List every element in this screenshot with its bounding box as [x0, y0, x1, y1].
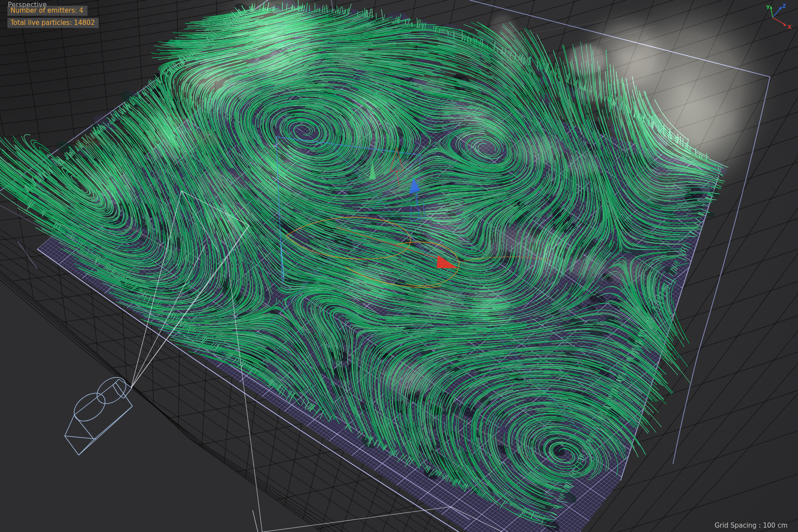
axis-y-label: Y	[766, 4, 770, 10]
viewport-canvas[interactable]	[0, 0, 798, 532]
axis-orientation-gizmo[interactable]: Y Z X	[760, 1, 796, 33]
axis-x-arm: X	[773, 17, 792, 30]
emitter-count-overlay: Number of emitters: 4	[7, 6, 87, 16]
axis-z-arm: Z	[773, 3, 786, 17]
particle-count-text: Total live particles: 14802	[10, 19, 95, 27]
axis-z-label: Z	[782, 3, 786, 9]
axis-y-arm: Y	[766, 4, 773, 17]
axis-x-label: X	[788, 24, 792, 30]
particle-count-overlay: Total live particles: 14802	[7, 18, 99, 28]
emitter-count-text: Number of emitters: 4	[10, 7, 83, 14]
grid-spacing-label: Grid Spacing : 100 cm	[715, 522, 788, 529]
viewport-3d: Perspective Number of emitters: 4 Total …	[0, 0, 798, 532]
